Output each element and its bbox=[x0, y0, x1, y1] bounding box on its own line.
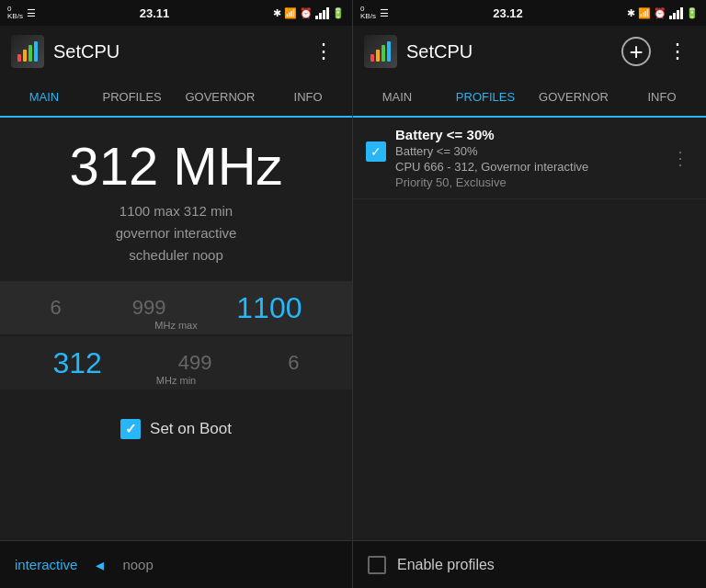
tab-main-right[interactable]: Main bbox=[353, 77, 441, 116]
kb-indicator-left: 0 KB/s bbox=[7, 6, 23, 20]
battery-icon-right: 🔋 bbox=[686, 7, 699, 19]
tab-main-left[interactable]: Main bbox=[0, 77, 88, 116]
set-on-boot-row[interactable]: Set on Boot bbox=[120, 419, 232, 439]
profile-name: Battery <= 30% bbox=[395, 127, 658, 142]
blackberry-icon-right: ☰ bbox=[380, 7, 389, 19]
profile-cpu: CPU 666 - 312, Governor interactive bbox=[395, 160, 658, 174]
boot-label: Set on Boot bbox=[150, 420, 232, 438]
profile-condition: Battery <= 30% bbox=[395, 144, 658, 158]
right-phone-panel: 0 KB/s ☰ 23.12 ✱ 📶 ⏰ 🔋 bbox=[353, 0, 706, 588]
status-time-right: 23.12 bbox=[493, 6, 523, 20]
frequency-display: 312 MHz 1100 max 312 min governor intera… bbox=[69, 140, 282, 266]
slider-min-label: MHz min bbox=[156, 375, 196, 386]
left-phone-panel: 0 KB/s ☰ 23.11 ✱ 📶 ⏰ 🔋 bbox=[0, 0, 353, 588]
governor-chip[interactable]: interactive bbox=[15, 557, 77, 572]
right-status-bar: 0 KB/s ☰ 23.12 ✱ 📶 ⏰ 🔋 bbox=[353, 0, 706, 26]
tab-info-left[interactable]: Info bbox=[264, 77, 352, 116]
alarm-icon-right: ⏰ bbox=[654, 7, 666, 19]
app-title-right: SetCPU bbox=[406, 41, 612, 62]
bluetooth-icon-left: ✱ bbox=[273, 7, 281, 19]
freq-details: 1100 max 312 min governor interactive sc… bbox=[69, 200, 282, 266]
app-icon-right bbox=[364, 35, 397, 68]
alarm-icon-left: ⏰ bbox=[300, 7, 313, 19]
menu-button-left[interactable]: ⋮ bbox=[306, 36, 341, 67]
add-profile-button[interactable]: + bbox=[621, 37, 651, 66]
profiles-content: Battery <= 30% Battery <= 30% CPU 666 - … bbox=[353, 118, 706, 588]
status-time-left: 23.11 bbox=[140, 6, 170, 20]
enable-profiles-checkbox[interactable] bbox=[368, 556, 386, 574]
max-freq-slider[interactable]: 6 999 1100 MHz max 312 499 6 MHz min bbox=[0, 281, 352, 391]
tab-info-right[interactable]: Info bbox=[618, 77, 706, 116]
left-tab-bar: Main Profiles Governor Info bbox=[0, 77, 352, 118]
left-arrow-icon: ◂ bbox=[96, 555, 104, 575]
bluetooth-icon-right: ✱ bbox=[627, 7, 635, 19]
blackberry-icon-left: ☰ bbox=[27, 7, 36, 19]
signal-bars-right bbox=[669, 7, 683, 19]
volume-icon-right: 📶 bbox=[638, 7, 651, 19]
app-title-left: SetCPU bbox=[53, 41, 297, 62]
scheduler-chip[interactable]: noop bbox=[122, 557, 153, 572]
volume-icon-left: 📶 bbox=[284, 7, 297, 19]
signal-bars-left bbox=[315, 7, 329, 19]
battery-icon-left: 🔋 bbox=[332, 7, 345, 19]
enable-profiles-row[interactable]: Enable profiles bbox=[353, 540, 706, 588]
profile-menu-icon[interactable]: ⋮ bbox=[667, 140, 693, 176]
boot-checkbox[interactable] bbox=[120, 419, 141, 439]
app-icon-left bbox=[11, 35, 44, 68]
slider-max-label: MHz max bbox=[154, 320, 197, 331]
profile-item-battery[interactable]: Battery <= 30% Battery <= 30% CPU 666 - … bbox=[353, 118, 706, 199]
min-freq-slider[interactable]: 312 499 6 MHz min bbox=[0, 336, 352, 390]
tab-profiles-right[interactable]: Profiles bbox=[441, 77, 530, 116]
kb-indicator-right: 0 KB/s bbox=[360, 6, 376, 20]
freq-mhz-value: 312 MHz bbox=[69, 140, 282, 193]
right-tab-bar: Main Profiles Governor Info bbox=[353, 77, 706, 118]
right-app-header: SetCPU + ⋮ bbox=[353, 26, 706, 77]
enable-profiles-label: Enable profiles bbox=[397, 557, 495, 573]
left-status-bar: 0 KB/s ☰ 23.11 ✱ 📶 ⏰ 🔋 bbox=[0, 0, 352, 26]
profile-priority: Priority 50, Exclusive bbox=[395, 175, 658, 189]
left-app-header: SetCPU ⋮ bbox=[0, 26, 352, 77]
tab-governor-left[interactable]: Governor bbox=[176, 77, 265, 116]
left-bottom-bar: interactive ◂ noop bbox=[0, 540, 352, 588]
main-content: 312 MHz 1100 max 312 min governor intera… bbox=[0, 118, 352, 540]
profile-checkbox[interactable] bbox=[366, 141, 386, 162]
tab-profiles-left[interactable]: Profiles bbox=[88, 77, 176, 116]
menu-button-right[interactable]: ⋮ bbox=[660, 36, 695, 67]
tab-governor-right[interactable]: Governor bbox=[530, 77, 618, 116]
